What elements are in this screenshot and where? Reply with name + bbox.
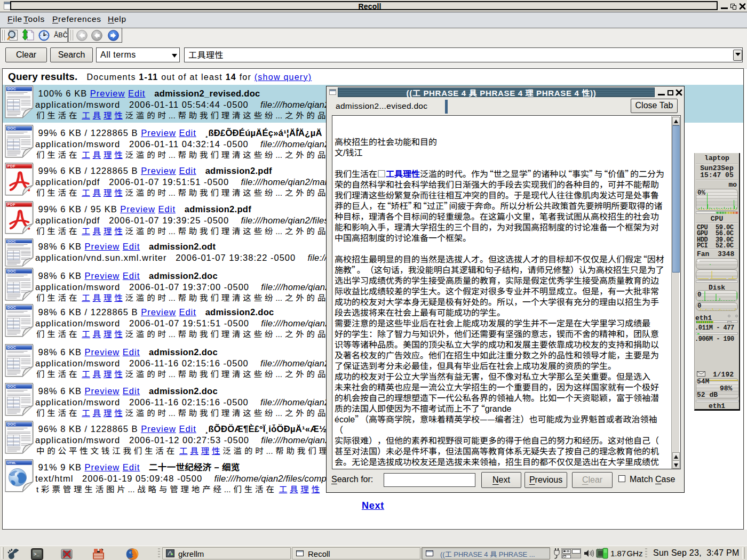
svg-text:DOC: DOC — [7, 87, 16, 91]
svg-text:DOC: DOC — [7, 385, 16, 388]
svg-text:DOC: DOC — [7, 422, 16, 426]
svg-text:DOC: DOC — [7, 346, 16, 349]
svg-text:DOC: DOC — [7, 306, 16, 309]
svg-text:DOC: DOC — [7, 126, 16, 130]
svg-text:PDF: PDF — [7, 164, 15, 168]
svg-text:DOC: DOC — [7, 269, 16, 273]
svg-text:>_: >_ — [34, 552, 39, 557]
svg-text:PDF: PDF — [7, 203, 15, 206]
svg-text:DOC: DOC — [7, 239, 16, 243]
svg-text:HTML: HTML — [7, 461, 17, 465]
